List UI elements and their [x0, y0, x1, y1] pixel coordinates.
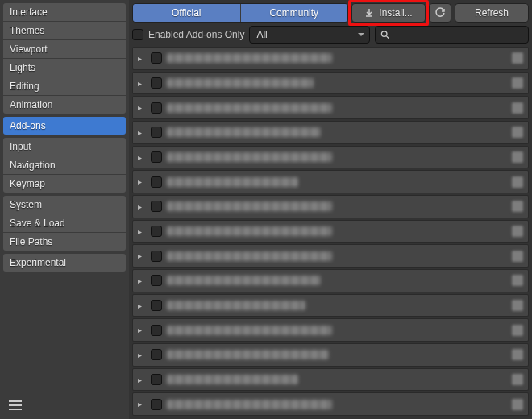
sidebar-item-file-paths[interactable]: File Paths [3, 233, 126, 251]
sidebar-item-editing[interactable]: Editing [3, 77, 126, 96]
disclosure-triangle-icon[interactable]: ▸ [138, 375, 146, 384]
sidebar-item-save-load[interactable]: Save & Load [3, 214, 126, 233]
addon-name-redacted [167, 301, 305, 310]
sidebar-group: InterfaceThemesViewportLightsEditingAnim… [3, 3, 126, 114]
addon-enable-checkbox[interactable] [151, 349, 162, 360]
addon-docs-icon[interactable] [512, 349, 523, 360]
disclosure-triangle-icon[interactable]: ▸ [138, 128, 146, 137]
addon-enable-checkbox[interactable] [151, 275, 162, 286]
addon-docs-icon[interactable] [512, 151, 523, 163]
sidebar-item-lights[interactable]: Lights [3, 59, 126, 77]
sidebar-item-viewport[interactable]: Viewport [3, 40, 126, 59]
addon-docs-icon[interactable] [512, 251, 523, 262]
addon-name-redacted [167, 251, 332, 261]
addon-enable-checkbox[interactable] [151, 374, 162, 385]
svg-point-3 [382, 31, 388, 37]
search-icon [380, 30, 389, 39]
addon-docs-icon[interactable] [512, 102, 523, 114]
addon-name-redacted [167, 177, 298, 187]
refresh-icon [434, 7, 446, 19]
svg-line-4 [387, 36, 389, 39]
disclosure-triangle-icon[interactable]: ▸ [138, 177, 146, 186]
addon-row: ▸ [132, 220, 529, 243]
category-select[interactable]: All [249, 26, 370, 44]
support-level-segmented: Official Community [132, 3, 348, 23]
sidebar-item-animation[interactable]: Animation [3, 96, 126, 114]
addon-docs-icon[interactable] [512, 275, 523, 286]
addon-name-redacted [167, 400, 332, 409]
disclosure-triangle-icon[interactable]: ▸ [138, 153, 146, 162]
addon-name-redacted [167, 350, 329, 359]
addon-docs-icon[interactable] [512, 399, 523, 410]
disclosure-triangle-icon[interactable]: ▸ [138, 351, 146, 359]
disclosure-triangle-icon[interactable]: ▸ [138, 54, 146, 63]
sidebar-item-keymap[interactable]: Keymap [3, 175, 126, 193]
addon-enable-checkbox[interactable] [151, 176, 162, 188]
addon-enable-checkbox[interactable] [151, 127, 162, 138]
addon-row: ▸ [132, 244, 529, 268]
addon-row: ▸ [132, 121, 529, 144]
addon-docs-icon[interactable] [512, 374, 523, 385]
addon-name-redacted [167, 78, 314, 88]
sidebar-spacer [3, 276, 126, 393]
addon-search-field[interactable] [375, 26, 529, 44]
addon-name-redacted [167, 53, 332, 63]
enabled-only-label[interactable]: Enabled Add-ons Only [148, 29, 244, 40]
addon-docs-icon[interactable] [512, 176, 523, 188]
enabled-only-checkbox[interactable] [132, 29, 143, 40]
sidebar-item-experimental[interactable]: Experimental [3, 254, 126, 272]
sidebar-item-interface[interactable]: Interface [3, 3, 126, 22]
addon-name-redacted [167, 152, 332, 162]
addon-enable-checkbox[interactable] [151, 226, 162, 237]
disclosure-triangle-icon[interactable]: ▸ [138, 301, 146, 310]
addon-enable-checkbox[interactable] [151, 201, 162, 212]
addon-docs-icon[interactable] [512, 226, 523, 237]
addon-enable-checkbox[interactable] [151, 325, 162, 336]
sidebar-item-navigation[interactable]: Navigation [3, 156, 126, 175]
disclosure-triangle-icon[interactable]: ▸ [138, 326, 146, 334]
sidebar-item-input[interactable]: Input [3, 138, 126, 156]
sidebar-group: SystemSave & LoadFile Paths [3, 196, 126, 251]
addon-docs-icon[interactable] [512, 325, 523, 336]
addon-enable-checkbox[interactable] [151, 151, 162, 163]
addon-docs-icon[interactable] [512, 201, 523, 212]
addon-row: ▸ [132, 343, 529, 367]
addon-enable-checkbox[interactable] [151, 102, 162, 114]
addon-row: ▸ [132, 47, 529, 70]
disclosure-triangle-icon[interactable]: ▸ [138, 251, 146, 260]
addon-row: ▸ [132, 96, 529, 119]
hamburger-menu-button[interactable] [3, 395, 126, 416]
disclosure-triangle-icon[interactable]: ▸ [138, 400, 146, 409]
sidebar-item-system[interactable]: System [3, 196, 126, 214]
addon-enable-checkbox[interactable] [151, 399, 162, 410]
addon-name-redacted [167, 375, 298, 384]
install-addon-button[interactable]: Install... [351, 3, 426, 23]
addon-enable-checkbox[interactable] [151, 251, 162, 262]
addon-search-input[interactable] [390, 29, 523, 40]
support-community-button[interactable]: Community [241, 4, 348, 22]
addon-docs-icon[interactable] [512, 77, 523, 89]
sidebar-group: InputNavigationKeymap [3, 138, 126, 193]
addon-docs-icon[interactable] [512, 127, 523, 138]
disclosure-triangle-icon[interactable]: ▸ [138, 276, 146, 285]
addon-docs-icon[interactable] [512, 300, 523, 311]
addon-name-redacted [167, 103, 332, 113]
disclosure-triangle-icon[interactable]: ▸ [138, 202, 146, 211]
sidebar-item-themes[interactable]: Themes [3, 22, 126, 40]
support-official-button[interactable]: Official [133, 4, 241, 22]
sidebar-item-add-ons[interactable]: Add-ons [3, 117, 126, 135]
sidebar-group: Experimental [3, 254, 126, 272]
addon-enable-checkbox[interactable] [151, 77, 162, 89]
install-label: Install... [379, 4, 412, 22]
disclosure-triangle-icon[interactable]: ▸ [138, 227, 146, 236]
addon-docs-icon[interactable] [512, 52, 523, 64]
refresh-label: Refresh [475, 4, 509, 22]
disclosure-triangle-icon[interactable]: ▸ [138, 79, 146, 88]
refresh-button-icon-only[interactable] [429, 3, 451, 23]
disclosure-triangle-icon[interactable]: ▸ [138, 103, 146, 112]
addon-enable-checkbox[interactable] [151, 300, 162, 311]
addons-filter-row: Enabled Add-ons Only All [132, 26, 529, 44]
addon-enable-checkbox[interactable] [151, 52, 162, 64]
refresh-button[interactable]: Refresh [455, 3, 529, 23]
category-select-value: All [256, 29, 267, 40]
